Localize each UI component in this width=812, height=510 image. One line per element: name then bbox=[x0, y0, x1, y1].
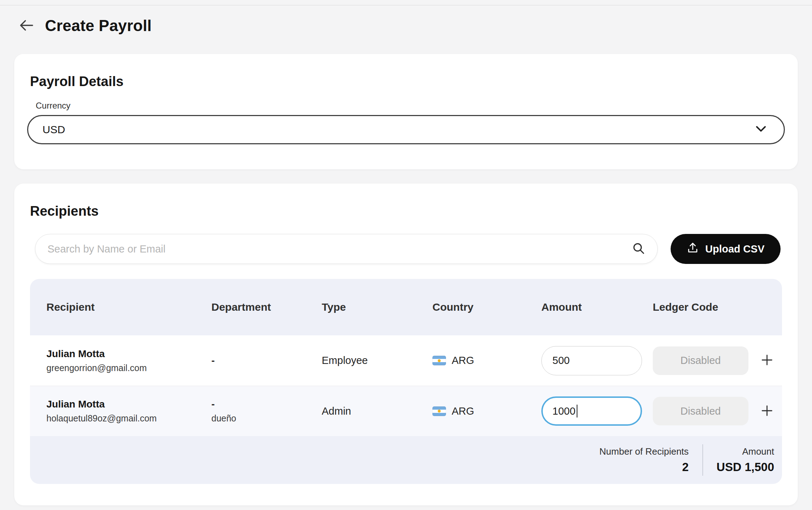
plus-icon bbox=[760, 353, 774, 368]
search-icon bbox=[632, 241, 645, 256]
country-code: ARG bbox=[452, 355, 474, 366]
column-header-ledger-code: Ledger Code bbox=[653, 301, 782, 313]
column-header-recipient: Recipient bbox=[46, 301, 211, 313]
amount-value: 500 bbox=[552, 355, 570, 366]
ledger-code-cell: Disabled bbox=[653, 346, 782, 375]
payroll-details-card: Payroll Details Currency USD bbox=[14, 54, 798, 169]
amount-cell: 1000 bbox=[541, 396, 653, 426]
recipients-count-value: 2 bbox=[682, 460, 688, 474]
search-input[interactable] bbox=[47, 243, 632, 255]
recipient-email: greengorrion@gmail.com bbox=[46, 363, 211, 373]
country-cell: ARG bbox=[432, 405, 541, 417]
table-row: Julian Motta holaquetul89oz@gmail.com - … bbox=[30, 386, 782, 436]
department-cell: - bbox=[211, 355, 322, 366]
recipients-count-block: Number of Recipients 2 bbox=[600, 446, 689, 474]
department-value: - bbox=[211, 355, 322, 366]
country-cell: ARG bbox=[432, 355, 541, 366]
page-title: Create Payroll bbox=[45, 17, 152, 35]
department-cell: - dueño bbox=[211, 399, 322, 424]
table-header-row: Recipient Department Type Country Amount… bbox=[30, 279, 782, 335]
recipients-title: Recipients bbox=[30, 204, 782, 219]
ledger-disabled-button[interactable]: Disabled bbox=[653, 346, 748, 375]
amount-input-focused[interactable]: 1000 bbox=[541, 396, 642, 426]
text-cursor bbox=[577, 405, 577, 418]
upload-icon bbox=[687, 242, 699, 256]
table-summary-footer: Number of Recipients 2 Amount USD 1,500 bbox=[30, 436, 782, 484]
recipient-cell: Julian Motta holaquetul89oz@gmail.com bbox=[46, 399, 211, 424]
back-button[interactable] bbox=[18, 17, 35, 34]
amount-value: 1000 bbox=[552, 405, 576, 417]
search-field-container bbox=[35, 234, 658, 264]
search-row: Upload CSV bbox=[35, 234, 781, 264]
currency-select[interactable]: USD bbox=[27, 115, 785, 144]
summary-divider bbox=[702, 444, 703, 476]
recipients-card: Recipients Upload CSV Recipient Departme… bbox=[14, 184, 798, 505]
table-row: Julian Motta greengorrion@gmail.com - Em… bbox=[30, 335, 782, 386]
ledger-code-cell: Disabled bbox=[653, 397, 782, 425]
recipient-cell: Julian Motta greengorrion@gmail.com bbox=[46, 348, 211, 373]
recipient-name: Julian Motta bbox=[46, 348, 211, 360]
country-code: ARG bbox=[452, 405, 474, 417]
column-header-type: Type bbox=[322, 301, 432, 313]
recipients-table: Recipient Department Type Country Amount… bbox=[30, 279, 782, 484]
total-amount-value: USD 1,500 bbox=[717, 460, 774, 474]
total-amount-label: Amount bbox=[742, 446, 774, 457]
argentina-flag-icon bbox=[432, 406, 446, 416]
column-header-amount: Amount bbox=[541, 301, 653, 313]
plus-icon bbox=[760, 404, 774, 419]
type-cell: Employee bbox=[322, 355, 432, 366]
amount-input[interactable]: 500 bbox=[541, 346, 642, 375]
upload-csv-button[interactable]: Upload CSV bbox=[671, 234, 781, 264]
department-sub-value: dueño bbox=[211, 413, 322, 424]
add-row-button[interactable] bbox=[759, 353, 775, 369]
type-cell: Admin bbox=[322, 405, 432, 417]
argentina-flag-icon bbox=[432, 356, 446, 365]
payroll-details-title: Payroll Details bbox=[30, 74, 785, 89]
column-header-department: Department bbox=[211, 301, 322, 313]
top-divider bbox=[0, 5, 812, 5]
chevron-down-icon bbox=[754, 121, 768, 138]
department-value: - bbox=[211, 399, 322, 410]
total-amount-block: Amount USD 1,500 bbox=[717, 446, 774, 474]
ledger-disabled-button[interactable]: Disabled bbox=[653, 397, 748, 425]
currency-label: Currency bbox=[36, 101, 785, 111]
recipient-name: Julian Motta bbox=[46, 399, 211, 410]
add-row-button[interactable] bbox=[759, 403, 775, 419]
upload-csv-label: Upload CSV bbox=[705, 243, 765, 255]
column-header-country: Country bbox=[432, 301, 541, 313]
back-arrow-icon bbox=[18, 17, 35, 35]
page-header: Create Payroll bbox=[18, 14, 812, 38]
currency-selected-value: USD bbox=[42, 124, 65, 136]
recipient-email: holaquetul89oz@gmail.com bbox=[46, 413, 211, 424]
recipients-count-label: Number of Recipients bbox=[600, 446, 689, 457]
amount-cell: 500 bbox=[541, 346, 653, 375]
